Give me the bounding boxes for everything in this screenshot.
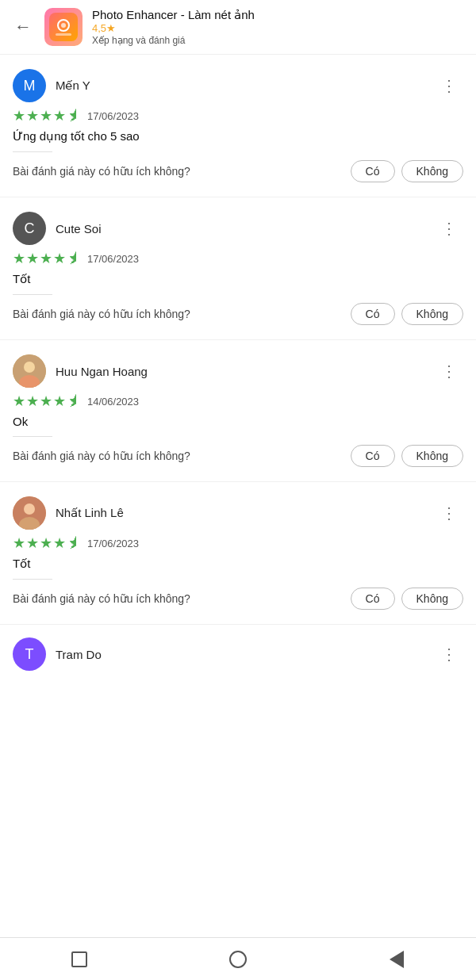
reviewer-name: Tram Do	[56, 648, 435, 661]
helpful-yes-button[interactable]: Có	[351, 445, 395, 467]
svg-rect-3	[56, 33, 71, 36]
avatar	[13, 354, 46, 388]
svg-point-8	[24, 503, 35, 515]
reviewer-name: Mến Y	[56, 78, 435, 93]
review-item: Nhất Linh Lê ⋮ ★★★★⯨ 17/06/2023 Tốt Bài …	[0, 482, 476, 610]
avatar-initial: T	[25, 646, 34, 663]
review-text: Ok	[13, 415, 463, 428]
review-header: T Tram Do ⋮	[13, 637, 463, 671]
app-title: Photo Enhancer - Làm nét ảnh	[92, 8, 465, 22]
app-info: Photo Enhancer - Làm nét ảnh 4,5★ Xếp hạ…	[92, 8, 465, 46]
more-options-button[interactable]: ⋮	[435, 73, 463, 98]
svg-point-2	[61, 23, 66, 28]
review-item: C Cute Soi ⋮ ★★★★⯨ 17/06/2023 Tốt Bài đá…	[0, 197, 476, 325]
review-header: Nhất Linh Lê ⋮	[13, 496, 463, 530]
review-text: Tốt	[13, 557, 463, 571]
more-options-button[interactable]: ⋮	[435, 358, 463, 384]
helpful-row: Bài đánh giá này có hữu ích không? Có Kh…	[13, 160, 463, 182]
helpful-yes-button[interactable]: Có	[351, 303, 395, 325]
header-subtitle: Xếp hạng và đánh giá	[92, 35, 465, 46]
back-icon	[390, 951, 404, 968]
helpful-question: Bài đánh giá này có hữu ích không?	[13, 450, 344, 462]
helpful-no-button[interactable]: Không	[401, 445, 463, 467]
helpful-question: Bài đánh giá này có hữu ích không?	[13, 308, 344, 320]
helpful-no-button[interactable]: Không	[401, 160, 463, 182]
star-rating: ★★★★	[13, 107, 67, 124]
partial-review-item: T Tram Do ⋮	[0, 625, 476, 671]
avatar: T	[13, 637, 46, 671]
app-icon	[44, 8, 83, 46]
divider	[13, 436, 52, 437]
star-rating: ★★★★	[13, 250, 67, 267]
reviews-list: M Mến Y ⋮ ★★★★⯨ 17/06/2023 Ứng dụng tốt …	[0, 55, 476, 671]
avatar-initial: M	[24, 78, 36, 94]
review-stars-row: ★★★★⯨ 14/06/2023	[13, 392, 463, 410]
helpful-row: Bài đánh giá này có hữu ích không? Có Kh…	[13, 303, 463, 325]
star-rating: ★★★★	[13, 392, 67, 410]
star-rating: ★★★★	[13, 534, 67, 552]
divider	[13, 579, 52, 580]
review-header: Huu Ngan Hoang ⋮	[13, 354, 463, 388]
helpful-no-button[interactable]: Không	[401, 303, 463, 325]
review-date: 17/06/2023	[87, 253, 139, 265]
review-stars-row: ★★★★⯨ 17/06/2023	[13, 107, 463, 124]
svg-point-5	[24, 362, 35, 373]
bottom-nav	[0, 937, 476, 980]
reviewer-name: Huu Ngan Hoang	[56, 365, 435, 378]
more-options-button[interactable]: ⋮	[435, 641, 463, 667]
square-button[interactable]	[63, 944, 95, 975]
review-header: C Cute Soi ⋮	[13, 212, 463, 245]
reviewer-name: Cute Soi	[56, 222, 435, 235]
avatar-initial: C	[25, 220, 35, 237]
back-button[interactable]: ←	[11, 13, 35, 40]
helpful-row: Bài đánh giá này có hữu ích không? Có Kh…	[13, 588, 463, 610]
avatar: M	[13, 69, 46, 102]
divider	[13, 151, 52, 152]
review-header: M Mến Y ⋮	[13, 69, 463, 102]
divider	[13, 294, 52, 295]
square-icon	[71, 951, 87, 967]
review-date: 17/06/2023	[87, 538, 139, 549]
review-text: Ứng dụng tốt cho 5 sao	[13, 129, 463, 144]
helpful-question: Bài đánh giá này có hữu ích không?	[13, 592, 344, 605]
review-date: 14/06/2023	[87, 396, 139, 408]
home-icon	[229, 951, 247, 968]
helpful-no-button[interactable]: Không	[401, 588, 463, 610]
review-stars-row: ★★★★⯨ 17/06/2023	[13, 534, 463, 552]
review-item: M Mến Y ⋮ ★★★★⯨ 17/06/2023 Ứng dụng tốt …	[0, 55, 476, 182]
helpful-yes-button[interactable]: Có	[351, 588, 395, 610]
header-rating: 4,5★	[92, 22, 116, 34]
review-date: 17/06/2023	[87, 110, 139, 122]
helpful-question: Bài đánh giá này có hữu ích không?	[13, 165, 344, 178]
helpful-row: Bài đánh giá này có hữu ích không? Có Kh…	[13, 445, 463, 467]
review-text: Tốt	[13, 272, 463, 286]
more-options-button[interactable]: ⋮	[435, 216, 463, 241]
reviewer-name: Nhất Linh Lê	[56, 506, 435, 520]
review-stars-row: ★★★★⯨ 17/06/2023	[13, 250, 463, 267]
home-button[interactable]	[222, 944, 254, 975]
avatar: C	[13, 212, 46, 245]
app-header: ← Photo Enhancer - Làm nét ảnh 4,5★ Xếp …	[0, 0, 476, 55]
avatar	[13, 496, 46, 530]
back-button-nav[interactable]	[381, 944, 413, 975]
review-item: Huu Ngan Hoang ⋮ ★★★★⯨ 14/06/2023 Ok Bài…	[0, 340, 476, 467]
helpful-yes-button[interactable]: Có	[351, 160, 395, 182]
more-options-button[interactable]: ⋮	[435, 500, 463, 526]
